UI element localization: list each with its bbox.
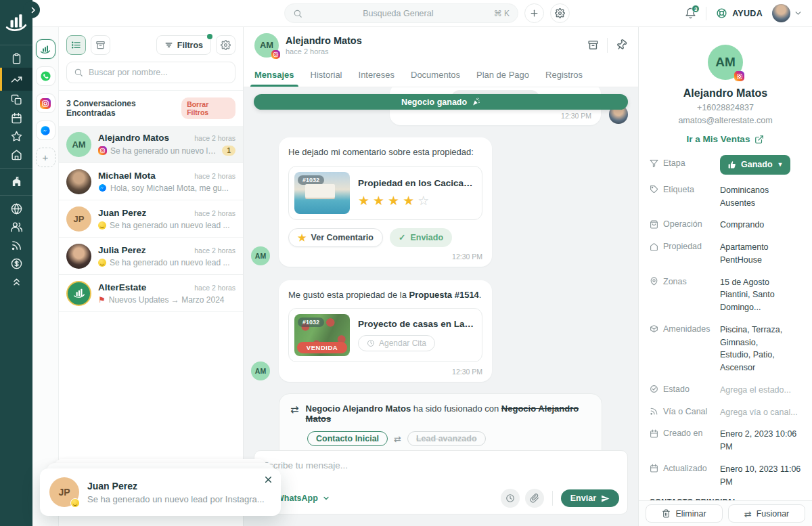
stage-dropdown[interactable]: Ganado▼ (720, 155, 790, 175)
home-icon (650, 242, 658, 251)
notification-badge: 3 (692, 5, 700, 13)
quick-add-button[interactable] (524, 3, 544, 23)
field-etiqueta: Etiqueta Dominicanos Ausentes (650, 184, 801, 210)
tab-mensajes[interactable]: Mensajes (254, 63, 294, 87)
sidebar-item-website[interactable] (0, 200, 32, 218)
sidebar-item-crm-active[interactable] (0, 68, 32, 91)
proposal-link[interactable]: Propuesta #1514 (409, 290, 479, 300)
attach-file-button[interactable] (525, 489, 544, 508)
property-card[interactable]: #1032 VENDIDA Proyecto de casas en Las P… (288, 308, 482, 362)
tab-plan-de-pago[interactable]: Plan de Pago (476, 63, 529, 87)
message-input[interactable] (263, 460, 619, 470)
sidebar-item-billing[interactable] (0, 255, 32, 273)
topbar-divider (706, 7, 706, 20)
smiley-emoji-icon (98, 259, 106, 267)
home-icon (11, 149, 22, 160)
view-comment-button[interactable]: ★Ver Comentario (288, 228, 383, 247)
thumbs-up-icon (727, 160, 736, 169)
field-value-etiqueta[interactable]: Dominicanos Ausentes (720, 184, 801, 210)
field-value-amenidades[interactable]: Piscina, Terraza, Gimnasio,Estudio, Pati… (720, 324, 801, 374)
pin-conversation-button[interactable] (614, 37, 630, 53)
field-value-operacion[interactable]: Comprando (720, 219, 801, 232)
list-view-toggle[interactable] (66, 35, 86, 55)
archive-conversation-button[interactable] (587, 39, 599, 51)
channel-alterestate[interactable] (36, 39, 55, 59)
app-window: ⌘ K 3 AYUDA (0, 0, 812, 526)
channel-whatsapp[interactable] (36, 66, 55, 86)
new-lead-toast[interactable]: JP Juan Perez Se ha generado un nuevo le… (40, 468, 281, 516)
close-toast-button[interactable] (264, 475, 273, 484)
chat-contact-name: Alejandro Matos (286, 35, 362, 46)
settings-button[interactable] (550, 3, 570, 23)
tab-registros[interactable]: Registros (545, 63, 583, 87)
sidebar-item-feed[interactable] (0, 236, 32, 255)
calendar-icon (650, 429, 658, 438)
tab-documentos[interactable]: Documentos (411, 63, 460, 87)
conversation-item-michael[interactable]: Michael Motahace 2 horas Hola, soy Micha… (59, 163, 243, 200)
content-row: + Filtros (32, 27, 812, 526)
message-time: 12:30 PM (288, 253, 482, 261)
sidebar-item-favorites[interactable] (0, 127, 32, 146)
global-search-input[interactable] (308, 9, 489, 18)
go-to-sales-link[interactable]: Ir a Mis Ventas (650, 134, 801, 144)
conversation-settings-button[interactable] (216, 35, 235, 55)
sold-ribbon: VENDIDA (297, 342, 347, 353)
conversation-item-alejandro[interactable]: AM Alejandro Matoshace 2 horas Se ha gen… (59, 126, 243, 163)
field-estado: Estado Agrega el estado... (650, 384, 801, 397)
toast-avatar: JP (49, 477, 79, 507)
property-card[interactable]: #1032 Propiedad en los Cacicazgos ★★★★☆ (288, 166, 482, 220)
divider (552, 491, 553, 506)
close-icon (264, 475, 273, 484)
star-filled-icon: ★ (403, 194, 414, 207)
avatar: JP (66, 206, 91, 232)
sidebar-item-properties[interactable] (0, 146, 32, 164)
sidebar-item-calendar[interactable] (0, 109, 32, 127)
send-button[interactable]: Enviar (561, 489, 619, 507)
dollar-coin-icon (11, 258, 22, 269)
conversation-item-alterestate[interactable]: AlterEstatehace 2 horas ⚑ Nuevos Updates… (59, 275, 243, 312)
field-value-estado[interactable]: Agrega el estado... (720, 384, 801, 397)
sidebar-item-tasks[interactable] (0, 49, 32, 68)
clear-filters-button[interactable]: Borrar Filtros (181, 97, 235, 119)
conversation-item-julia[interactable]: Julia Perezhace 2 horas Se ha generado u… (59, 238, 243, 275)
sidebar-item-collapse[interactable] (0, 273, 32, 291)
field-amenidades: Amenidades Piscina, Terraza, Gimnasio,Es… (650, 324, 801, 374)
message-time: 12:30 PM (399, 112, 591, 120)
channel-instagram[interactable] (36, 93, 55, 113)
divider (607, 38, 608, 53)
filters-button[interactable]: Filtros (156, 35, 211, 55)
user-menu[interactable] (772, 4, 803, 22)
star-empty-icon: ☆ (418, 194, 429, 207)
notifications-button[interactable]: 3 (685, 7, 696, 19)
sidebar-item-team[interactable] (0, 218, 32, 236)
channel-messenger[interactable] (36, 120, 55, 140)
schedule-visit-button-disabled[interactable]: Agendar Cita (358, 335, 435, 351)
avatar (66, 169, 91, 194)
sidebar-divider (0, 168, 32, 169)
archived-view-toggle[interactable] (91, 35, 110, 55)
tab-historial[interactable]: Historial (311, 63, 342, 87)
merge-deal-button[interactable]: ⇄ Fusionar (728, 504, 805, 523)
tab-intereses[interactable]: Intereses (359, 63, 394, 87)
message-text: He dejado mi comentario sobre esta propi… (288, 146, 482, 158)
conversation-search[interactable] (66, 62, 235, 83)
conversation-search-input[interactable] (89, 68, 228, 77)
field-via-canal: Vía o Canal Agrega vía o canal... (650, 406, 801, 419)
conversation-item-juan[interactable]: JP Juan Perezhace 2 horas Se ha generado… (59, 200, 243, 238)
contact-email: amatos@alterestate.com (650, 116, 801, 125)
sidebar-item-projects[interactable] (0, 173, 32, 191)
sidebar-item-documents[interactable] (0, 91, 32, 109)
global-search[interactable]: ⌘ K (284, 3, 518, 23)
sidebar-expand-button[interactable] (23, 1, 40, 18)
schedule-message-button[interactable] (501, 489, 520, 508)
field-value-propiedad[interactable]: ApartamentoPentHouse (720, 241, 801, 267)
add-channel-button[interactable]: + (36, 148, 55, 167)
field-value-via[interactable]: Agrega vía o canal... (720, 406, 801, 419)
help-button[interactable]: AYUDA (716, 7, 763, 19)
field-value-zonas[interactable]: 15 de AgostoPiantini, Santo Domingo... (720, 276, 801, 314)
search-icon (293, 9, 302, 18)
main-area: ⌘ K 3 AYUDA (32, 0, 812, 526)
conversation-time: hace 2 horas (194, 209, 235, 217)
external-link-icon (754, 135, 764, 144)
delete-deal-button[interactable]: Eliminar (646, 504, 723, 523)
